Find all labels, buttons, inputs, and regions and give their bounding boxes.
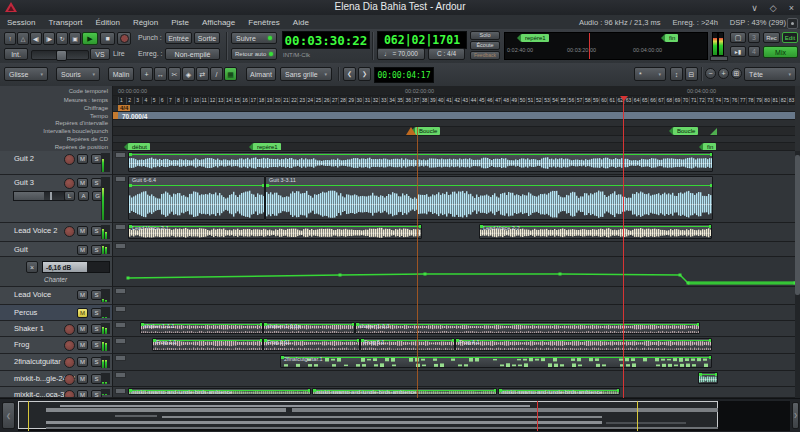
track-header-6[interactable]: PercusMS [0,305,113,321]
mute-button[interactable]: M [77,390,88,398]
track-lane-5[interactable] [113,287,795,305]
tempo-button[interactable]: ♩ = 70,000 [377,48,425,60]
region[interactable]: Guit 6-6.4 [128,176,265,220]
mute-button[interactable]: M [77,374,88,384]
punch-out-button[interactable]: Sortie [194,32,220,44]
region[interactable]: Lead Voice 2-1 [128,224,422,239]
track-lane-8[interactable]: Frog 1.1Frog 1.11Frog 3.1Frog 4.1 [113,337,795,354]
record-enable-button[interactable] [64,178,75,189]
shuttle-thumb[interactable] [56,50,67,61]
ruler-label-5[interactable]: Intervalles boucle/punch [43,128,108,134]
track-lane-11[interactable]: mixkit-swamp-and-jungle-birds-ambiencemi… [113,387,795,398]
lag-button-l[interactable]: L [64,191,75,201]
punch-in-button[interactable]: Entrée [165,32,192,44]
crop-view-button[interactable]: ▢ [730,32,746,43]
ruler-label-6[interactable]: Repères de CD [67,136,108,142]
stretch-tool-icon[interactable]: ⇄ [196,67,209,81]
zoom-in-button[interactable]: + [718,68,729,79]
track-header-2[interactable]: Lead Voice 2MS [0,223,113,242]
main-clock[interactable]: 00:03:30:22 [282,31,370,49]
mini-timeline[interactable]: repère1fin0:02:40:0000:03:20:0000:04:00:… [504,32,708,60]
track-header-10[interactable]: mixkit-b...gle-2433MS [0,371,113,387]
punch-record-icon[interactable]: ! [4,32,16,45]
region[interactable]: mixkit-swamp-and-jungle-birds-ambience [312,388,497,395]
track-header-0[interactable]: Guit 2MS [0,151,113,175]
ruler-row-2[interactable]: 4/4 [113,105,795,112]
track-lane-2[interactable]: Lead Voice 2-1Lead Voice 2-2 [113,223,795,242]
region[interactable]: shaker 1-1.1 [140,322,263,334]
snap-magnet-button[interactable]: Aimant [246,67,276,81]
solo-button[interactable]: Solo [470,31,500,40]
automation-lane[interactable] [113,257,795,287]
mute-button[interactable]: M [77,178,88,188]
region[interactable]: shaker 1-1.1a [263,322,355,334]
window-3-button[interactable]: 3 [748,32,760,43]
edit-point-dropdown[interactable]: Tête▾ [744,67,796,81]
bbt-clock[interactable]: 062|02|1701 [377,31,467,49]
mute-button[interactable]: M [77,245,88,255]
menu-fenêtres[interactable]: Fenêtres [248,18,280,27]
track-header-7[interactable]: Shaker 1MS [0,321,113,337]
record-enable-button[interactable] [64,390,75,398]
track-lane-1[interactable]: Guit 6-6.4Guit 3-3.11 [113,175,795,223]
menu-aide[interactable]: Aide [293,18,309,27]
stop-button[interactable]: ■ [100,32,115,45]
track-lane-6[interactable] [113,305,795,321]
ruler-row-7[interactable]: débutrepère1fin [113,143,795,151]
ruler-row-1[interactable]: 1234567891011121314151617181920212223242… [113,96,795,105]
ruler-row-6[interactable] [113,136,795,143]
meter-marker[interactable]: 4/4 [118,105,130,111]
track-header-11[interactable]: mixkit-c...oca-325MS [0,387,113,398]
menu-région[interactable]: Région [133,18,158,27]
track-header-3[interactable]: GuitMS [0,242,113,257]
region[interactable]: 2finalcutguitar.1 [280,355,712,368]
region[interactable]: Frog 1.11 [263,338,360,351]
grid-dropdown[interactable]: Sans grille▾ [280,67,332,81]
vertical-scrollbar[interactable] [795,151,800,398]
ruler-label-7[interactable]: Repères de position [55,144,108,150]
region[interactable] [698,372,718,384]
feedback-button[interactable]: Feedback [470,51,500,60]
summary-scroll-left-button[interactable]: ❮ [2,402,15,429]
track-gain-thumb[interactable] [50,192,52,200]
follow-playhead-button[interactable]: Suivre [231,32,277,44]
minimize-icon[interactable]: ∨ [751,3,758,13]
region[interactable]: Guit 3-3.11 [265,176,713,220]
play-button[interactable]: ▶ [82,32,98,45]
zoom-preset-dropdown[interactable]: *▾ [634,67,666,81]
nudge-forward-button[interactable]: ❯ [358,67,371,81]
mute-button[interactable]: M [77,290,88,300]
metronome-icon[interactable]: △ [17,32,29,45]
mute-button[interactable]: M [77,357,88,367]
record-mode-button[interactable]: Non-empilé [165,48,220,60]
location-marker-fin[interactable]: fin [703,143,716,151]
region[interactable]: shaker 1-1.3 [355,322,700,334]
region[interactable]: Frog 1.1 [152,338,263,351]
loop-icon[interactable]: ↻ [56,32,68,45]
shuttle-vs-button[interactable]: VS [90,48,110,60]
location-marker-début[interactable]: début [128,143,150,151]
track-lane-9[interactable]: 2finalcutguitar.1 [113,354,795,371]
menu-piste[interactable]: Piste [171,18,189,27]
go-start-icon[interactable]: ◀| [30,32,42,45]
menu-transport[interactable]: Transport [48,18,82,27]
meter-button[interactable]: C : 4/4 [428,48,465,60]
audition-tool-icon[interactable]: ◈ [182,67,195,81]
zoom-out-button[interactable]: − [705,68,716,79]
menu-affichage[interactable]: Affichage [202,18,235,27]
track-lane-0[interactable] [113,151,795,175]
zoom-fit-button[interactable]: ⊞ [731,68,742,79]
location-marker-repère1[interactable]: repère1 [253,143,281,151]
nudge-clock[interactable]: 00:00:04:17 [374,67,434,83]
automation-close-button[interactable]: × [26,261,38,273]
range-tool-icon[interactable]: ↔ [154,67,167,81]
ruler-label-4[interactable]: Repères d'intervalle [55,120,108,126]
window-4-button[interactable]: 4 [748,46,760,57]
go-end-icon[interactable]: |▶ [43,32,55,45]
track-header-5[interactable]: Lead VoiceMS [0,287,113,305]
track-header-8[interactable]: FrogMS [0,337,113,354]
region[interactable] [128,152,713,172]
region[interactable]: mixkit-swamp-and-jungle-birds-ambience [498,388,620,395]
ruler-label-0[interactable]: Code temporel [69,88,108,94]
record-enable-button[interactable] [64,374,75,385]
